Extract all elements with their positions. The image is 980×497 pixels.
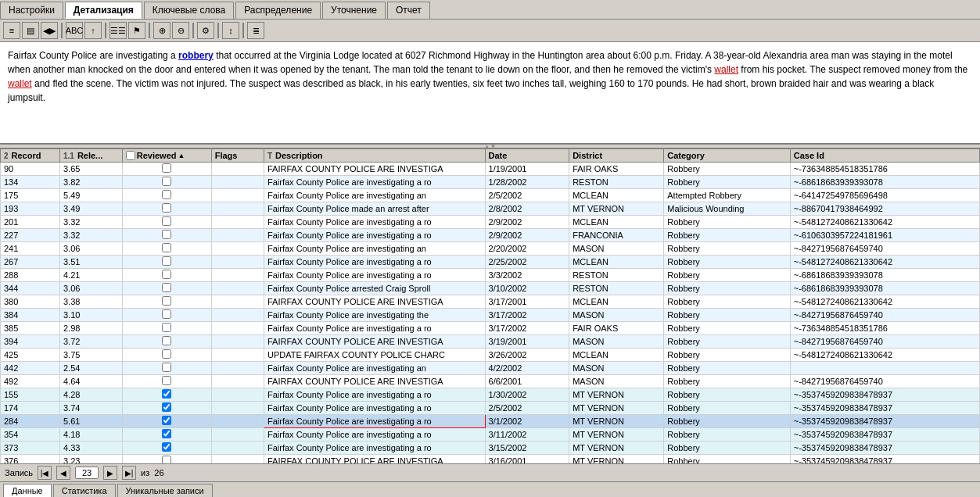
cell-flags[interactable] (211, 163, 264, 176)
row-reviewed-checkbox[interactable] (162, 203, 171, 213)
row-reviewed-checkbox[interactable] (162, 429, 171, 438)
table-row[interactable]: 2673.51Fairfax County Police are investi… (1, 256, 980, 269)
toolbar-btn-11[interactable]: ⊖ (172, 22, 189, 39)
bottom-tab-stats[interactable]: Статистика (53, 484, 116, 497)
toolbar-btn-17[interactable]: ≣ (247, 22, 264, 39)
table-row[interactable]: 3803.38FAIRFAX COUNTY POLICE ARE INVESTI… (1, 295, 980, 309)
table-row[interactable]: 3734.33Fairfax County Police are investi… (1, 442, 980, 455)
cell-reviewed[interactable] (122, 256, 211, 269)
table-row[interactable]: 2884.21Fairfax County Police are investi… (1, 269, 980, 282)
nav-next[interactable]: ▶ (103, 466, 117, 480)
table-row[interactable]: 1933.49Fairfax County Police made an arr… (1, 202, 980, 216)
table-container[interactable]: 2Record1.1Rele...Reviewed ▲FlagsTDescrip… (0, 148, 980, 463)
cell-flags[interactable] (211, 415, 264, 428)
cell-flags[interactable] (211, 216, 264, 229)
cell-flags[interactable] (211, 388, 264, 402)
cell-flags[interactable] (211, 322, 264, 335)
cell-reviewed[interactable] (122, 442, 211, 455)
cell-reviewed[interactable] (122, 269, 211, 282)
table-row[interactable]: 2413.06Fairfax County Police are investi… (1, 242, 980, 256)
toolbar-btn-0[interactable]: ≡ (3, 22, 20, 39)
table-row[interactable]: 3943.72FAIRFAX COUNTY POLICE ARE INVESTI… (1, 335, 980, 349)
cell-flags[interactable] (211, 402, 264, 415)
cell-reviewed[interactable] (122, 428, 211, 442)
row-reviewed-checkbox[interactable] (162, 376, 171, 385)
col-header-category[interactable]: Category (664, 149, 790, 163)
row-reviewed-checkbox[interactable] (162, 163, 171, 173)
table-row[interactable]: 1755.49Fairfax County Police are investi… (1, 189, 980, 202)
cell-flags[interactable] (211, 176, 264, 189)
row-reviewed-checkbox[interactable] (162, 177, 171, 186)
nav-prev[interactable]: ◀ (56, 466, 70, 480)
cell-flags[interactable] (211, 428, 264, 442)
toolbar-btn-2[interactable]: ◀▶ (41, 22, 58, 39)
row-reviewed-checkbox[interactable] (162, 363, 171, 372)
tab-klyuchevye[interactable]: Ключевые слова (144, 2, 234, 19)
col-header-description[interactable]: TDescription (264, 149, 485, 163)
cell-reviewed[interactable] (122, 295, 211, 309)
table-row[interactable]: 903.65FAIRFAX COUNTY POLICE ARE INVESTIG… (1, 163, 980, 176)
table-row[interactable]: 1554.28Fairfax County Police are investi… (1, 388, 980, 402)
row-reviewed-checkbox[interactable] (162, 336, 171, 345)
row-reviewed-checkbox[interactable] (162, 456, 171, 463)
row-reviewed-checkbox[interactable] (162, 283, 171, 292)
col-header-case_id[interactable]: Case Id (790, 149, 979, 163)
cell-flags[interactable] (211, 269, 264, 282)
cell-flags[interactable] (211, 282, 264, 295)
cell-reviewed[interactable] (122, 415, 211, 428)
cell-reviewed[interactable] (122, 282, 211, 295)
cell-flags[interactable] (211, 442, 264, 455)
row-reviewed-checkbox[interactable] (162, 230, 171, 239)
toolbar-btn-4[interactable]: ABC (66, 22, 83, 39)
row-reviewed-checkbox[interactable] (162, 389, 171, 399)
cell-reviewed[interactable] (122, 388, 211, 402)
col-reviewed-checkbox-header[interactable] (126, 151, 135, 160)
row-reviewed-checkbox[interactable] (162, 216, 171, 226)
table-row[interactable]: 3763.23FAIRFAX COUNTY POLICE ARE INVESTI… (1, 455, 980, 464)
cell-flags[interactable] (211, 202, 264, 216)
cell-reviewed[interactable] (122, 455, 211, 464)
toolbar-btn-5[interactable]: ↑ (84, 22, 102, 39)
cell-reviewed[interactable] (122, 163, 211, 176)
table-row[interactable]: 4924.64FAIRFAX COUNTY POLICE ARE INVESTI… (1, 375, 980, 388)
tab-otchet[interactable]: Отчет (387, 2, 430, 19)
table-row[interactable]: 1343.82Fairfax County Police are investi… (1, 176, 980, 189)
cell-reviewed[interactable] (122, 229, 211, 242)
row-reviewed-checkbox[interactable] (162, 309, 171, 319)
row-reviewed-checkbox[interactable] (162, 442, 171, 452)
nav-last[interactable]: ▶| (122, 466, 136, 480)
cell-reviewed[interactable] (122, 335, 211, 349)
table-row[interactable]: 3443.06Fairfax County Police arrested Cr… (1, 282, 980, 295)
row-reviewed-checkbox[interactable] (162, 270, 171, 279)
cell-flags[interactable] (211, 349, 264, 362)
cell-flags[interactable] (211, 335, 264, 349)
cell-flags[interactable] (211, 189, 264, 202)
cell-reviewed[interactable] (122, 349, 211, 362)
cell-flags[interactable] (211, 309, 264, 322)
tab-detalizaciya[interactable]: Детализация (65, 2, 142, 19)
table-row[interactable]: 3544.18Fairfax County Police are investi… (1, 428, 980, 442)
row-reviewed-checkbox[interactable] (162, 243, 171, 252)
cell-reviewed[interactable] (122, 189, 211, 202)
toolbar-btn-1[interactable]: ▤ (22, 22, 39, 39)
toolbar-btn-10[interactable]: ⊕ (153, 22, 171, 39)
table-row[interactable]: 3843.10Fairfax County Police are investi… (1, 309, 980, 322)
cell-reviewed[interactable] (122, 362, 211, 375)
cell-reviewed[interactable] (122, 322, 211, 335)
row-reviewed-checkbox[interactable] (162, 323, 171, 332)
table-row[interactable]: 3852.98Fairfax County Police are investi… (1, 322, 980, 335)
col-header-date[interactable]: Date (485, 149, 569, 163)
row-reviewed-checkbox[interactable] (162, 190, 171, 199)
tab-nastroyki[interactable]: Настройки (0, 2, 63, 19)
col-header-rele[interactable]: 1.1Rele... (59, 149, 122, 163)
bottom-tab-data[interactable]: Данные (3, 484, 52, 497)
cell-reviewed[interactable] (122, 309, 211, 322)
col-header-record[interactable]: 2Record (1, 149, 60, 163)
current-record-input[interactable] (75, 467, 99, 479)
col-header-reviewed[interactable]: Reviewed ▲ (122, 149, 211, 163)
cell-reviewed[interactable] (122, 176, 211, 189)
table-row[interactable]: 4422.54Fairfax County Police are investi… (1, 362, 980, 375)
table-row[interactable]: 2845.61Fairfax County Police are investi… (1, 415, 980, 428)
toolbar-btn-13[interactable]: ⚙ (197, 22, 214, 39)
toolbar-btn-8[interactable]: ⚑ (128, 22, 145, 39)
